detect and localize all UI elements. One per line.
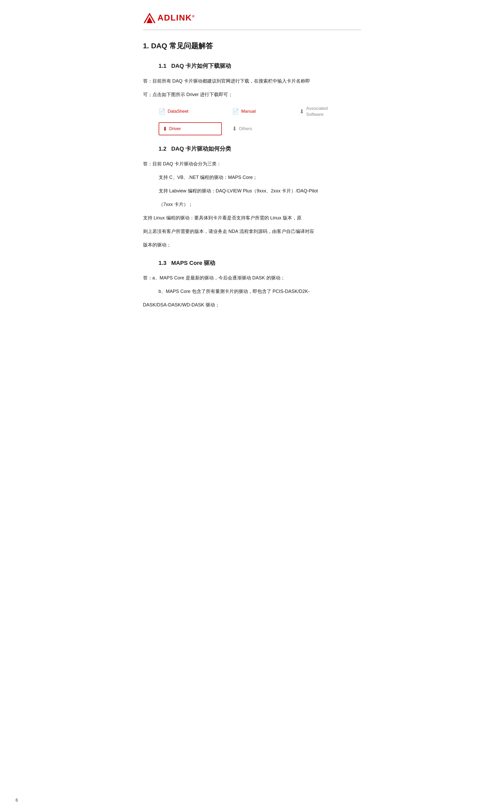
section-1-1-title: 1.1 DAQ 卡片如何下载驱动 bbox=[159, 61, 361, 71]
download-grid: 📄 DataSheet 📄 Manual ⬇ Associated Softwa… bbox=[159, 105, 361, 136]
download-datasheet[interactable]: 📄 DataSheet bbox=[159, 106, 222, 117]
section-1-2-indent-1: 支持 C、VB、.NET 编程的驱动：MAPS Core； bbox=[159, 173, 361, 182]
adlink-logo-icon bbox=[143, 12, 156, 24]
download-icon-associated: ⬇ bbox=[299, 106, 304, 117]
chapter-title: 1. DAQ 常见问题解答 bbox=[143, 39, 361, 52]
logo-area: ADLINK® bbox=[143, 10, 361, 30]
section-1-1-para-1: 答：目前所有 DAQ 卡片驱动都建议到官网进行下载，在搜索栏中输入卡片名称即 bbox=[143, 76, 361, 86]
section-1-3-title: 1.3 MAPS Core 驱动 bbox=[159, 258, 361, 268]
section-1-3-indent-1: b、MAPS Core 包含了所有量测卡片的驱动，即包含了 PCIS-DASK/… bbox=[159, 287, 361, 296]
others-label: Others bbox=[239, 125, 252, 133]
manual-label: Manual bbox=[241, 108, 256, 116]
download-area: 📄 DataSheet 📄 Manual ⬇ Associated Softwa… bbox=[159, 105, 361, 136]
download-icon-driver: ⬇ bbox=[163, 124, 167, 133]
section-1-3-indent-2: DASK/DSA-DASK/WD-DASK 驱动； bbox=[143, 300, 361, 310]
section-1-2-para-1: 答：目前 DAQ 卡片驱动会分为三类： bbox=[143, 159, 361, 169]
logo-text: ADLINK® bbox=[158, 10, 195, 25]
download-driver[interactable]: ⬇ Driver bbox=[159, 122, 222, 135]
associated-software-label: Associated Software bbox=[306, 105, 328, 118]
section-1-2-indent-5: 则上若没有客户所需要的版本，请业务走 NDA 流程拿到源码，由客户自己编译对应 bbox=[143, 227, 361, 236]
section-1-2-indent-2: 支持 Labview 编程的驱动：DAQ-LVIEW Plus（9xxx、2xx… bbox=[159, 186, 361, 196]
section-1-1-para-2: 可；点击如下图所示 Driver 进行下载即可； bbox=[143, 90, 361, 99]
driver-label: Driver bbox=[169, 125, 181, 133]
section-1-3-para-1: 答：a、MAPS Core 是最新的驱动，今后会逐渐驱动 DASK 的驱动； bbox=[143, 273, 361, 283]
section-1-2-indent-4: 支持 Linux 编程的驱动：要具体到卡片看是否支持客户所需的 Linux 版本… bbox=[143, 213, 361, 223]
datasheet-label: DataSheet bbox=[168, 108, 189, 116]
download-manual[interactable]: 📄 Manual bbox=[232, 106, 289, 117]
download-icon-others: ⬇ bbox=[232, 124, 237, 134]
section-1-2-indent-6: 版本的驱动； bbox=[143, 240, 361, 250]
section-1-2-title: 1.2 DAQ 卡片驱动如何分类 bbox=[159, 144, 361, 154]
section-1-2-indent-3: （7xxx 卡片）； bbox=[159, 200, 361, 209]
file-icon-datasheet: 📄 bbox=[159, 106, 166, 117]
download-others[interactable]: ⬇ Others bbox=[232, 124, 289, 134]
download-associated[interactable]: ⬇ Associated Software bbox=[299, 105, 361, 118]
file-icon-manual: 📄 bbox=[232, 106, 239, 117]
